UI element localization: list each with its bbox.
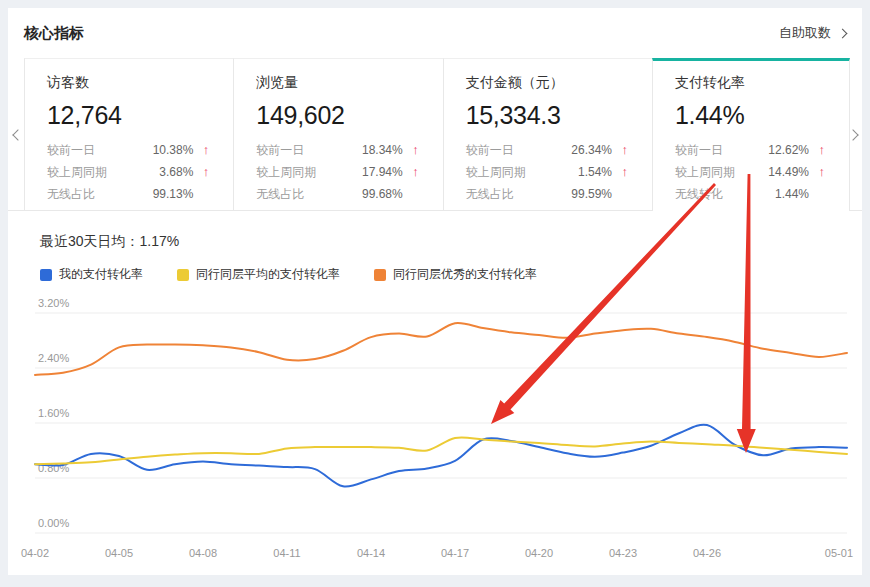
metric-sub-value: 10.38% xyxy=(153,139,194,161)
svg-text:04-14: 04-14 xyxy=(357,547,385,559)
trend-up-icon: ↑ xyxy=(809,161,825,183)
metric-value: 12,764 xyxy=(47,101,209,130)
metric-value: 149,602 xyxy=(256,101,418,130)
metric-sub-row: 较前一日18.34%↑ xyxy=(256,139,418,161)
legend-item[interactable]: 同行同层优秀的支付转化率 xyxy=(374,266,537,283)
metric-sub-value: 3.68% xyxy=(159,161,193,183)
metric-sub-value: 17.94% xyxy=(362,161,403,183)
metric-value: 15,334.3 xyxy=(466,101,628,130)
metric-sub-value: 12.62% xyxy=(768,139,809,161)
trend-up-icon: ↑ xyxy=(809,139,825,161)
metric-sub-label: 较上周同期 xyxy=(466,161,526,183)
metric-sub-row: 无线占比99.13% xyxy=(47,183,209,205)
self-service-data-label: 自助取数 xyxy=(779,24,831,42)
svg-text:04-11: 04-11 xyxy=(273,547,300,559)
svg-text:05-01: 05-01 xyxy=(825,547,853,559)
metric-sub-row: 较上周同期14.49%↑ xyxy=(675,161,825,183)
metric-sub-label: 无线占比 xyxy=(47,183,95,205)
self-service-data-link[interactable]: 自助取数 xyxy=(779,24,846,42)
metric-sub-value: 26.34% xyxy=(571,139,612,161)
metric-sub-label: 无线占比 xyxy=(256,183,304,205)
metric-sub-label: 无线占比 xyxy=(466,183,514,205)
legend-swatch xyxy=(177,269,189,281)
metric-title: 访客数 xyxy=(47,74,209,92)
legend-item[interactable]: 同行同层平均的支付转化率 xyxy=(177,266,340,283)
metric-sub-row: 较前一日12.62%↑ xyxy=(675,139,825,161)
metric-sub-label: 较上周同期 xyxy=(675,161,735,183)
metric-card-conversion-rate[interactable]: 支付转化率 1.44% 较前一日12.62%↑较上周同期14.49%↑无线转化1… xyxy=(652,58,850,211)
metric-sub-label: 较前一日 xyxy=(675,139,723,161)
metric-sub-value: 1.44% xyxy=(775,183,809,205)
trend-up-icon: ↑ xyxy=(403,161,419,183)
chevron-right-icon xyxy=(838,28,848,38)
metric-sub-label: 较前一日 xyxy=(256,139,304,161)
svg-text:04-08: 04-08 xyxy=(189,547,217,559)
carousel-prev-button[interactable] xyxy=(10,127,26,143)
legend-label: 同行同层平均的支付转化率 xyxy=(196,266,340,283)
legend-label: 我的支付转化率 xyxy=(59,266,143,283)
metric-card-visitors[interactable]: 访客数 12,764 较前一日10.38%↑较上周同期3.68%↑无线占比99.… xyxy=(24,58,233,211)
svg-text:04-23: 04-23 xyxy=(609,547,637,559)
metric-sub-label: 较上周同期 xyxy=(47,161,107,183)
carousel-next-button[interactable] xyxy=(845,127,861,143)
trend-up-icon: ↑ xyxy=(612,139,628,161)
metric-sub-value: 14.49% xyxy=(768,161,809,183)
metric-title: 浏览量 xyxy=(256,74,418,92)
metric-sub-label: 较前一日 xyxy=(47,139,95,161)
svg-text:04-17: 04-17 xyxy=(441,547,469,559)
metric-sub-value: 18.34% xyxy=(362,139,403,161)
metric-rows: 较前一日18.34%↑较上周同期17.94%↑无线占比99.68% xyxy=(256,139,418,205)
metric-sub-label: 较上周同期 xyxy=(256,161,316,183)
core-metrics-panel: 核心指标 自助取数 访客数 12,764 较前一日10.38%↑较上周同期3.6… xyxy=(8,8,862,575)
metric-sub-row: 较上周同期1.54%↑ xyxy=(466,161,628,183)
chevron-left-icon xyxy=(12,129,23,140)
legend-item[interactable]: 我的支付转化率 xyxy=(40,266,143,283)
metric-sub-row: 较前一日10.38%↑ xyxy=(47,139,209,161)
svg-text:04-26: 04-26 xyxy=(693,547,721,559)
chart-legend: 我的支付转化率同行同层平均的支付转化率同行同层优秀的支付转化率 xyxy=(40,266,862,283)
metric-card-pageviews[interactable]: 浏览量 149,602 较前一日18.34%↑较上周同期17.94%↑无线占比9… xyxy=(233,58,442,211)
metric-sub-row: 较上周同期3.68%↑ xyxy=(47,161,209,183)
metric-title: 支付转化率 xyxy=(675,74,825,92)
metric-rows: 较前一日10.38%↑较上周同期3.68%↑无线占比99.13% xyxy=(47,139,209,205)
trend-chart-section: 最近30天日均：1.17% 我的支付转化率同行同层平均的支付转化率同行同层优秀的… xyxy=(8,211,862,283)
svg-text:04-05: 04-05 xyxy=(105,547,133,559)
metric-rows: 较前一日12.62%↑较上周同期14.49%↑无线转化1.44% xyxy=(675,139,825,205)
metric-sub-value: 1.54% xyxy=(578,161,612,183)
chevron-right-icon xyxy=(847,129,858,140)
chart-plot-area[interactable] xyxy=(35,300,847,541)
panel-header: 核心指标 自助取数 xyxy=(8,8,862,58)
chart-summary: 最近30天日均：1.17% xyxy=(40,233,862,251)
dashboard-page: { "page": { "background": "#edf0f4", "pa… xyxy=(0,0,870,587)
legend-label: 同行同层优秀的支付转化率 xyxy=(393,266,537,283)
metric-sub-value: 99.13% xyxy=(153,183,194,205)
legend-swatch xyxy=(40,269,52,281)
trend-up-icon: ↑ xyxy=(612,161,628,183)
svg-text:04-02: 04-02 xyxy=(21,547,49,559)
metric-card-payment-amount[interactable]: 支付金额（元） 15,334.3 较前一日26.34%↑较上周同期1.54%↑无… xyxy=(443,58,652,211)
metric-sub-label: 较前一日 xyxy=(466,139,514,161)
metric-sub-row: 无线占比99.68% xyxy=(256,183,418,205)
metric-sub-row: 无线转化1.44% xyxy=(675,183,825,205)
trend-up-icon: ↑ xyxy=(193,139,209,161)
metric-title: 支付金额（元） xyxy=(466,74,628,92)
metric-rows: 较前一日26.34%↑较上周同期1.54%↑无线占比99.59% xyxy=(466,139,628,205)
page-title: 核心指标 xyxy=(24,24,84,43)
metric-tabs-row: 访客数 12,764 较前一日10.38%↑较上周同期3.68%↑无线占比99.… xyxy=(8,58,862,211)
metric-sub-value: 99.68% xyxy=(362,183,403,205)
metric-sub-row: 无线占比99.59% xyxy=(466,183,628,205)
metric-value: 1.44% xyxy=(675,101,825,130)
legend-swatch xyxy=(374,269,386,281)
metric-sub-row: 较上周同期17.94%↑ xyxy=(256,161,418,183)
trend-up-icon: ↑ xyxy=(403,139,419,161)
svg-text:04-20: 04-20 xyxy=(525,547,553,559)
trend-up-icon: ↑ xyxy=(193,161,209,183)
metric-sub-value: 99.59% xyxy=(571,183,612,205)
metric-sub-row: 较前一日26.34%↑ xyxy=(466,139,628,161)
metric-sub-label: 无线转化 xyxy=(675,183,723,205)
